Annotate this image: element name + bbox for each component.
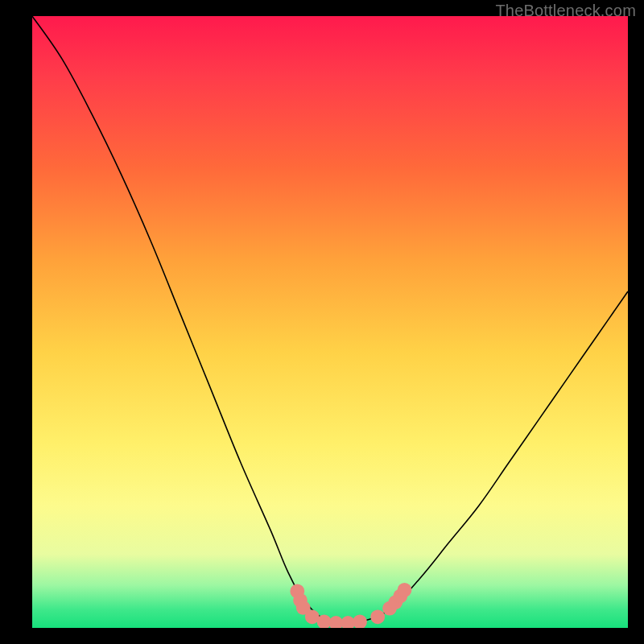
watermark-text: TheBottleneck.com <box>495 2 636 20</box>
chart-frame: TheBottleneck.com <box>0 0 644 644</box>
bottleneck-curve <box>32 16 628 624</box>
curve-markers <box>290 583 411 628</box>
plot-area <box>32 16 628 628</box>
curve-marker <box>370 609 385 624</box>
curve-marker <box>353 615 367 628</box>
curve-marker <box>398 583 412 597</box>
bottleneck-chart-svg <box>32 16 628 628</box>
